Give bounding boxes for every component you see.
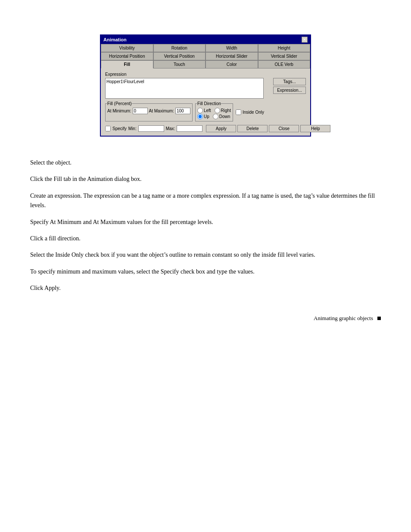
max-label: Max: [166,126,175,131]
specify-label: Specify [112,126,127,131]
step-3: Create an expression. The expression can… [30,191,381,211]
tab-row-2: Horizontal Position Vertical Position Ho… [101,52,310,60]
at-minimum-label: At Minimum: [107,109,131,113]
at-maximum-label: At Maximum: [149,109,174,113]
dialog-screenshot-area: Animation ✕ Visibility Rotation Width He… [26,34,385,137]
min-input[interactable] [138,125,164,132]
radio-down-label: Down [213,114,230,119]
fill-dir-row1: Left Right [197,108,231,113]
body-text: Select the object. Click the Fill tab in… [26,158,385,293]
at-maximum-input[interactable] [175,108,190,114]
radio-left[interactable] [197,108,203,113]
tab-horizontal-position[interactable]: Horizontal Position [101,52,153,60]
inside-only-checkbox[interactable] [236,109,241,115]
fill-percent-row: At Minimum: At Maximum: [107,108,190,114]
delete-button[interactable]: Delete [237,125,268,132]
tab-fill[interactable]: Fill [101,60,153,68]
expression-label: Expression [105,72,306,77]
tab-height[interactable]: Height [258,44,311,52]
tab-vertical-position[interactable]: Vertical Position [153,52,206,60]
down-label: Down [219,114,230,119]
expression-input[interactable]: Hopper1\FlourLevel [105,78,264,99]
tab-vertical-slider[interactable]: Vertical Slider [258,52,311,60]
inside-only-row: Inside Only [236,103,264,121]
step-2: Click the Fill tab in the Animation dial… [30,174,381,184]
expression-row: Hopper1\FlourLevel Tags... Expression... [105,78,306,99]
footer-row: Animating graphic objects [26,315,385,322]
dialog-close-button[interactable]: ✕ [302,37,308,43]
footer-text: Animating graphic objects [314,315,373,322]
right-label: Right [221,108,231,113]
step-7: To specify minimum and maximum values, s… [30,267,381,277]
fill-direction-legend: Fill Direction [197,101,221,106]
radio-right-label: Right [215,108,231,113]
tags-button[interactable]: Tags... [273,78,306,85]
side-buttons: Tags... Expression... [273,78,306,94]
bottom-buttons: Apply Delete Close Help [206,125,330,132]
two-panels: Fill (Percent) At Minimum: At Maximum: F… [105,101,306,121]
fill-percent-legend: Fill (Percent) [107,101,132,106]
tab-visibility[interactable]: Visibility [101,44,153,52]
specify-checkbox[interactable] [105,126,111,131]
step-6: Select the Inside Only check box if you … [30,250,381,260]
step-1: Select the object. [30,158,381,168]
radio-left-label: Left [197,108,211,113]
footer-bullet [377,317,381,320]
tab-touch[interactable]: Touch [153,60,206,68]
fill-direction-group: Fill Direction Left Right [195,101,233,121]
dialog-titlebar: Animation ✕ [101,35,310,44]
fill-dir-row2: Up Down [197,114,231,119]
tab-color[interactable]: Color [206,60,258,68]
tab-horizontal-slider[interactable]: Horizontal Slider [206,52,258,60]
up-label: Up [204,114,209,119]
close-button[interactable]: Close [269,125,299,132]
tab-width[interactable]: Width [206,44,258,52]
tab-row-3: Fill Touch Color OLE Verb [101,60,310,68]
dialog-title: Animation [103,37,127,42]
dialog-content: Expression Hopper1\FlourLevel Tags... Ex… [101,68,310,136]
step-8: Click Apply. [30,283,381,293]
max-input[interactable] [177,125,202,132]
apply-button[interactable]: Apply [206,125,236,132]
tab-rotation[interactable]: Rotation [153,44,206,52]
at-minimum-input[interactable] [133,108,148,114]
left-label: Left [204,108,211,113]
inside-only-label: Inside Only [243,110,264,115]
tab-row-1: Visibility Rotation Width Height [101,44,310,52]
radio-right[interactable] [215,108,220,113]
fill-dir-options: Left Right Up [197,108,231,119]
help-button[interactable]: Help [300,125,330,132]
radio-up[interactable] [197,114,203,119]
tab-ole-verb[interactable]: OLE Verb [258,60,311,68]
radio-up-label: Up [197,114,209,119]
radio-down[interactable] [213,114,218,119]
fill-percent-group: Fill (Percent) At Minimum: At Maximum: [105,101,193,121]
step-5: Click a fill direction. [30,234,381,243]
min-label: Min: [128,126,137,131]
expression-button[interactable]: Expression... [273,87,306,94]
expression-textarea-wrap: Hopper1\FlourLevel [105,78,270,99]
step-4: Specify At Minimum and At Maximum values… [30,218,381,227]
animation-dialog[interactable]: Animation ✕ Visibility Rotation Width He… [100,34,311,137]
bottom-row: Specify Min: Max: Apply Delete Close Hel… [105,125,306,132]
